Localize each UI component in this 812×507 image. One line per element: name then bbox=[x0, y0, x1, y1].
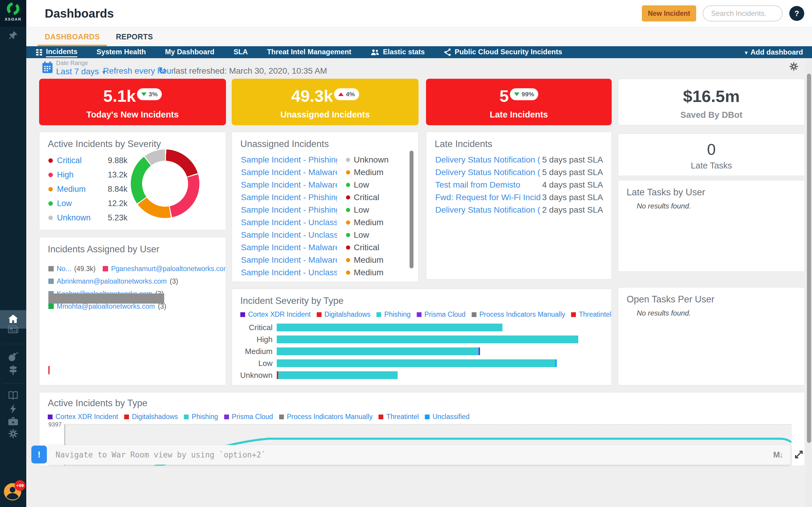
incident-link[interactable]: Sample Incident - Phishing bbox=[241, 155, 337, 165]
y-axis-tick: 9397 bbox=[48, 421, 62, 428]
sidebar-item-playbooks[interactable] bbox=[0, 391, 26, 401]
severity-label[interactable]: Unknown bbox=[57, 213, 96, 223]
severity-label[interactable]: Low bbox=[57, 199, 96, 208]
sidebar-item-threat-intel[interactable] bbox=[0, 352, 26, 363]
pin-icon[interactable] bbox=[0, 31, 26, 42]
nav-item-sla[interactable]: SLA bbox=[224, 48, 257, 57]
xsoar-logo[interactable]: XSOAR bbox=[0, 0, 26, 27]
late-tasks-label: Late Tasks bbox=[618, 161, 805, 171]
sidebar-item-automation[interactable] bbox=[0, 404, 26, 415]
type-label[interactable]: Prisma Cloud bbox=[232, 413, 273, 421]
sidebar-item-incidents[interactable] bbox=[0, 325, 26, 335]
severity-label[interactable]: Critical bbox=[57, 156, 96, 165]
incident-link[interactable]: Fwd: Request for Wi-Fi Incident ... bbox=[435, 193, 540, 202]
incident-link[interactable]: Sample Incident - Phishing bbox=[241, 280, 337, 282]
bar[interactable] bbox=[277, 324, 502, 331]
xsoar-logo-icon bbox=[6, 2, 20, 15]
kpi-card-unassigned-incidents[interactable]: 49.3k4% Unassigned Incidents bbox=[232, 79, 418, 125]
user-label[interactable]: Pganeshamurt@paloaltonetworks.com bbox=[111, 265, 226, 273]
notification-exclamation-icon[interactable]: ! bbox=[31, 446, 47, 463]
type-label[interactable]: Process Indicators Manually bbox=[479, 311, 565, 319]
tab-dashboards[interactable]: DASHBOARDS bbox=[41, 27, 104, 47]
bar[interactable] bbox=[277, 336, 578, 343]
incident-link[interactable]: Delivery Status Notification (Fail... bbox=[435, 168, 540, 177]
type-label[interactable]: Process Indicators Manually bbox=[287, 413, 373, 421]
search-input[interactable] bbox=[703, 5, 783, 21]
sidebar-item-indicators[interactable] bbox=[0, 365, 26, 376]
panel-title: Incidents Assigned by User bbox=[48, 244, 226, 255]
nav-item-elastic-stats[interactable]: Elastic stats bbox=[361, 48, 435, 57]
incident-link[interactable]: Delivery Status Notification (Fail... bbox=[435, 155, 540, 165]
page-scrollbar-thumb[interactable] bbox=[807, 74, 811, 443]
type-label[interactable]: Threatintel bbox=[386, 413, 419, 421]
sidebar-item-settings[interactable] bbox=[0, 429, 26, 440]
kpi-card-today-s-new-incidents[interactable]: 5.1k3% Today's New Incidents bbox=[39, 79, 226, 125]
assigned-stacked-bar[interactable] bbox=[48, 293, 164, 303]
type-label[interactable]: Prisma Cloud bbox=[424, 311, 466, 319]
type-label[interactable]: Threatintel bbox=[579, 311, 611, 319]
incident-link[interactable]: Sample Incident - Phishing bbox=[241, 205, 337, 215]
incident-link[interactable]: Sample Incident - Unclassified bbox=[241, 268, 337, 277]
date-range-select[interactable]: Last 7 days ▼ bbox=[56, 67, 107, 76]
severity-label[interactable]: Medium bbox=[57, 185, 96, 194]
expand-icon[interactable] bbox=[794, 449, 804, 461]
tab-reports[interactable]: REPORTS bbox=[112, 27, 157, 47]
severity-value: 12.2k bbox=[108, 199, 128, 208]
incident-link[interactable]: Test mail from Demisto bbox=[435, 180, 540, 190]
new-incident-button[interactable]: New Incident bbox=[642, 5, 696, 21]
severity-label[interactable]: High bbox=[57, 170, 96, 179]
nav-item-system-health[interactable]: System Health bbox=[87, 48, 155, 57]
bar[interactable] bbox=[277, 359, 557, 367]
nav-item-public-cloud-security-incidents[interactable]: Public Cloud Security Incidents bbox=[435, 48, 572, 57]
severity-bar-row: Critical bbox=[232, 322, 611, 333]
kpi-value: $16.5m bbox=[683, 88, 740, 105]
nav-item-incidents[interactable]: Incidents bbox=[26, 47, 87, 57]
severity-value: 13.2k bbox=[108, 170, 128, 179]
panel-scrollbar[interactable] bbox=[410, 151, 413, 268]
user-label[interactable]: Abrinkmann@paloaltonetworks.com bbox=[57, 277, 167, 285]
type-label[interactable]: Phishing bbox=[192, 413, 218, 421]
dashboard-settings-gear-icon[interactable] bbox=[789, 62, 798, 72]
refresh-icon[interactable]: ↻ bbox=[158, 65, 166, 76]
panel-title: Late Tasks by User bbox=[626, 187, 805, 198]
incident-link[interactable]: Delivery Status Notification (Fail... bbox=[435, 205, 540, 215]
incident-link[interactable]: Sample Incident - Phishing bbox=[241, 193, 337, 202]
nav-item-threat-intel-management[interactable]: Threat Intel Management bbox=[257, 48, 361, 57]
user-label[interactable]: No... bbox=[57, 265, 71, 273]
severity-by-type-bars: Critical High Medium Low Unknown bbox=[232, 322, 611, 381]
incident-link[interactable]: Sample Incident - Malware bbox=[241, 168, 337, 177]
legend-square bbox=[48, 414, 53, 419]
type-label[interactable]: Digitalshadows bbox=[324, 311, 371, 319]
type-label[interactable]: Cortex XDR Incident bbox=[55, 413, 118, 421]
bar-label: Unknown bbox=[232, 371, 277, 380]
sidebar-item-jobs[interactable] bbox=[0, 416, 26, 427]
kpi-card-late-incidents[interactable]: 599% Late Incidents bbox=[426, 79, 612, 125]
incident-link[interactable]: Sample Incident - Unclassified bbox=[241, 230, 337, 240]
incident-link[interactable]: Sample Incident - Malware bbox=[241, 180, 337, 190]
notification-toast[interactable]: Navigate to War Room view by using `opti… bbox=[48, 445, 791, 465]
incident-severity: Unknown bbox=[346, 155, 389, 165]
unassigned-incident-list: Sample Incident - Phishing UnknownSample… bbox=[232, 154, 418, 282]
user-avatar[interactable]: +99 bbox=[4, 483, 22, 502]
incident-link[interactable]: Sample Incident - Unclassified bbox=[241, 218, 337, 227]
bar[interactable] bbox=[277, 371, 398, 379]
type-label[interactable]: Unclassified bbox=[433, 413, 470, 421]
kpi-card-saved-by-dbot[interactable]: $16.5m Saved By DBot bbox=[618, 79, 805, 125]
legend-square bbox=[571, 312, 576, 317]
help-button[interactable]: ? bbox=[789, 6, 804, 21]
legend-square bbox=[378, 414, 383, 419]
kpi-label: Late Incidents bbox=[426, 110, 612, 120]
type-label[interactable]: Phishing bbox=[384, 311, 410, 319]
type-label[interactable]: Digitalshadows bbox=[132, 413, 178, 421]
legend-square bbox=[48, 266, 54, 271]
markdown-icon[interactable]: M↓ bbox=[773, 450, 783, 460]
bar[interactable] bbox=[277, 347, 480, 355]
type-label[interactable]: Cortex XDR Incident bbox=[248, 311, 311, 319]
incident-link[interactable]: Sample Incident - Malware bbox=[241, 243, 337, 252]
incident-link[interactable]: Sample Incident - Malware bbox=[241, 255, 337, 265]
unassigned-incident-row: Sample Incident - Phishing Unknown bbox=[232, 154, 418, 166]
notification-badge[interactable]: +99 bbox=[15, 480, 26, 491]
newspaper-icon bbox=[8, 325, 18, 334]
nav-item-my-dashboard[interactable]: My Dashboard bbox=[156, 48, 224, 57]
add-dashboard-button[interactable]: ▼Add dashboard bbox=[744, 48, 803, 56]
